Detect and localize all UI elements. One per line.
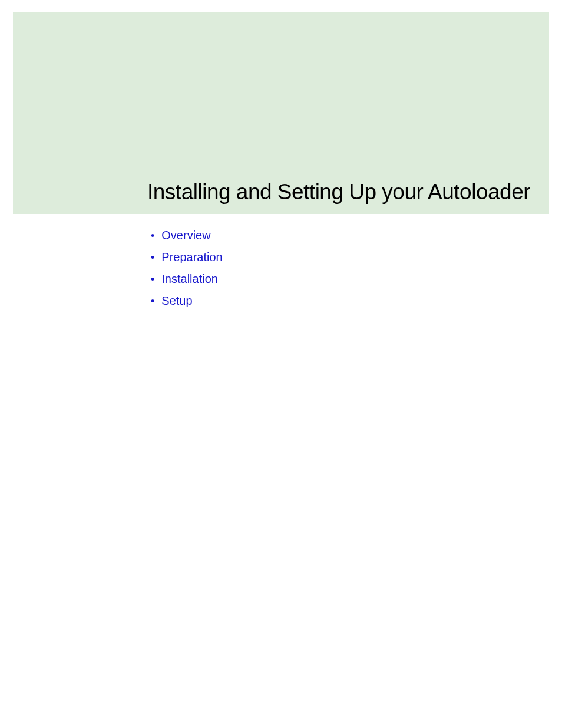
toc-item-preparation: • Preparation xyxy=(151,251,223,264)
toc-list: • Overview • Preparation • Installation … xyxy=(151,229,223,316)
bullet-icon: • xyxy=(151,274,154,285)
toc-item-overview: • Overview xyxy=(151,229,223,242)
bullet-icon: • xyxy=(151,230,154,241)
page-title: Installing and Setting Up your Autoloade… xyxy=(147,180,530,205)
toc-link-setup[interactable]: Setup xyxy=(161,294,192,308)
toc-link-overview[interactable]: Overview xyxy=(161,229,210,242)
bullet-icon: • xyxy=(151,252,154,263)
toc-item-installation: • Installation xyxy=(151,272,223,286)
toc-link-installation[interactable]: Installation xyxy=(161,272,218,286)
toc-item-setup: • Setup xyxy=(151,294,223,308)
toc-link-preparation[interactable]: Preparation xyxy=(161,251,222,264)
bullet-icon: • xyxy=(151,296,154,307)
